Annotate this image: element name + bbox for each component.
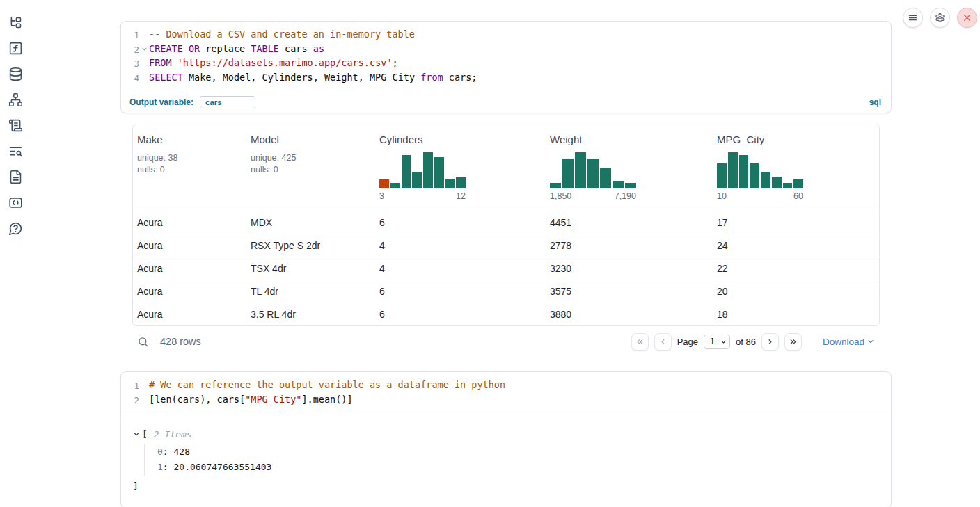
file-tree-icon[interactable] xyxy=(8,15,23,30)
line-number: 1 xyxy=(121,378,139,393)
table-cell: 18 xyxy=(713,309,879,320)
code-text: [len(cars), cars["MPG_City"].mean()] xyxy=(149,393,353,408)
output-variable-bar: Output variable: sql xyxy=(121,92,891,113)
table-cell: 3.5 RL 4dr xyxy=(246,309,375,320)
log-search-icon[interactable] xyxy=(8,143,23,159)
table-header-row: Makeunique: 38nulls: 0Modelunique: 425nu… xyxy=(133,124,879,211)
histogram-bar xyxy=(434,157,444,188)
histogram-bar xyxy=(456,177,466,188)
next-page-button[interactable] xyxy=(761,333,779,351)
column-name: Model xyxy=(251,134,371,145)
page-label: Page xyxy=(677,337,698,347)
column-header-make[interactable]: Makeunique: 38nulls: 0 xyxy=(133,124,246,211)
histogram-bar xyxy=(575,152,586,188)
output-variable-input[interactable] xyxy=(200,96,255,108)
table-cell: Acura xyxy=(133,263,246,274)
language-badge: sql xyxy=(869,97,881,107)
pagination: Page 1 of 86 Download xyxy=(631,333,880,351)
histogram-bars xyxy=(379,152,466,188)
column-header-cylinders[interactable]: Cylinders312 xyxy=(375,124,546,211)
last-page-button[interactable] xyxy=(784,333,802,351)
code-line[interactable]: 2CREATE OR replace TABLE cars as xyxy=(121,42,891,57)
histogram-bars xyxy=(717,152,803,188)
help-icon[interactable] xyxy=(8,220,23,236)
code-line[interactable]: 1# We can reference the output variable … xyxy=(121,378,891,393)
axis-max-label: 12 xyxy=(456,191,466,201)
table-row: Acura3.5 RL 4dr6388018 xyxy=(133,303,879,325)
gutter-spacer xyxy=(139,393,149,408)
code-line[interactable]: 3FROM 'https://datasets.marimo.app/cars.… xyxy=(121,56,891,71)
database-icon[interactable] xyxy=(8,66,23,81)
histogram-bar xyxy=(402,155,411,188)
tree-open-bracket: [ xyxy=(142,429,148,440)
axis-min-label: 3 xyxy=(379,191,384,201)
histogram-bar xyxy=(761,172,770,188)
close-icon xyxy=(962,13,972,23)
histogram-bars xyxy=(550,152,636,188)
chevron-down-icon xyxy=(867,338,874,345)
code-line[interactable]: 2[len(cars), cars["MPG_City"].mean()] xyxy=(121,393,891,408)
histogram-bar xyxy=(587,159,599,188)
snippets-icon[interactable] xyxy=(8,195,23,210)
window-controls xyxy=(903,8,977,28)
python-cell: 1# We can reference the output variable … xyxy=(120,371,892,507)
page-select[interactable]: 1 xyxy=(704,335,730,349)
histogram-bar xyxy=(728,152,738,188)
axis-min-label: 10 xyxy=(717,191,727,201)
table-cell: 6 xyxy=(375,286,546,297)
histogram-bar xyxy=(390,183,400,188)
tree-root: [ 2 Items xyxy=(133,429,891,440)
tree-item-count: 2 Items xyxy=(154,429,192,440)
table-cell: 3575 xyxy=(546,286,713,297)
tree-entry-value: 20.060747663551403 xyxy=(173,462,271,472)
tree-entry-key: 0 xyxy=(157,446,163,457)
histogram-bar xyxy=(783,183,793,188)
settings-button[interactable] xyxy=(930,8,950,28)
menu-button[interactable] xyxy=(903,8,923,28)
chevron-down-icon xyxy=(720,339,727,345)
column-header-model[interactable]: Modelunique: 425nulls: 0 xyxy=(246,124,375,211)
code-line[interactable]: 4SELECT Make, Model, Cylinders, Weight, … xyxy=(121,71,891,86)
python-code-editor[interactable]: 1# We can reference the output variable … xyxy=(121,372,891,414)
table-cell: Acura xyxy=(133,240,246,251)
table-cell: 3230 xyxy=(546,263,713,274)
code-text: FROM 'https://datasets.marimo.app/cars.c… xyxy=(149,56,398,71)
page-select-value: 1 xyxy=(710,337,715,346)
scroll-icon[interactable] xyxy=(8,118,23,133)
table-body: AcuraMDX6445117AcuraRSX Type S 2dr427782… xyxy=(133,211,879,325)
code-line[interactable]: 1-- Download a CSV and create an in-memo… xyxy=(121,28,891,42)
histogram-bar xyxy=(612,181,624,188)
axis-max-label: 60 xyxy=(793,191,803,201)
histogram-bar xyxy=(423,152,433,188)
tree-entries: 0: 4281: 20.060747663551403 xyxy=(144,444,891,476)
chevrons-right-icon xyxy=(789,337,798,346)
function-square-icon[interactable] xyxy=(8,40,23,56)
column-header-mpg_city[interactable]: MPG_City1060 xyxy=(713,124,879,211)
table-row: AcuraMDX6445117 xyxy=(133,211,879,234)
sql-code-editor[interactable]: 1-- Download a CSV and create an in-memo… xyxy=(121,22,891,92)
document-icon[interactable] xyxy=(8,169,23,184)
tree-entry-value: 428 xyxy=(173,446,189,457)
histogram-axis: 1060 xyxy=(717,191,803,201)
row-count: 428 rows xyxy=(160,336,201,347)
weight-histogram: 1,8507,190 xyxy=(550,152,636,201)
histogram-bar xyxy=(412,172,422,188)
column-name: MPG_City xyxy=(717,134,875,145)
search-icon[interactable] xyxy=(137,336,149,348)
first-page-button[interactable] xyxy=(631,333,649,351)
histogram-axis: 1,8507,190 xyxy=(550,191,636,201)
download-button[interactable]: Download xyxy=(823,337,874,347)
tree-collapse-icon[interactable] xyxy=(133,430,140,437)
previous-page-button[interactable] xyxy=(654,333,672,351)
shutdown-button[interactable] xyxy=(957,8,977,28)
histogram-bar xyxy=(600,168,611,188)
column-header-weight[interactable]: Weight1,8507,190 xyxy=(546,124,713,211)
table-cell: TL 4dr xyxy=(246,286,375,297)
python-output: [ 2 Items 0: 4281: 20.060747663551403 ] xyxy=(121,415,891,507)
column-name: Make xyxy=(137,134,242,145)
dependency-graph-icon[interactable] xyxy=(8,92,23,107)
chevron-right-icon xyxy=(766,337,775,346)
fold-toggle-icon[interactable] xyxy=(139,42,149,57)
table-cell: Acura xyxy=(133,217,246,228)
histogram-bar xyxy=(750,163,759,188)
